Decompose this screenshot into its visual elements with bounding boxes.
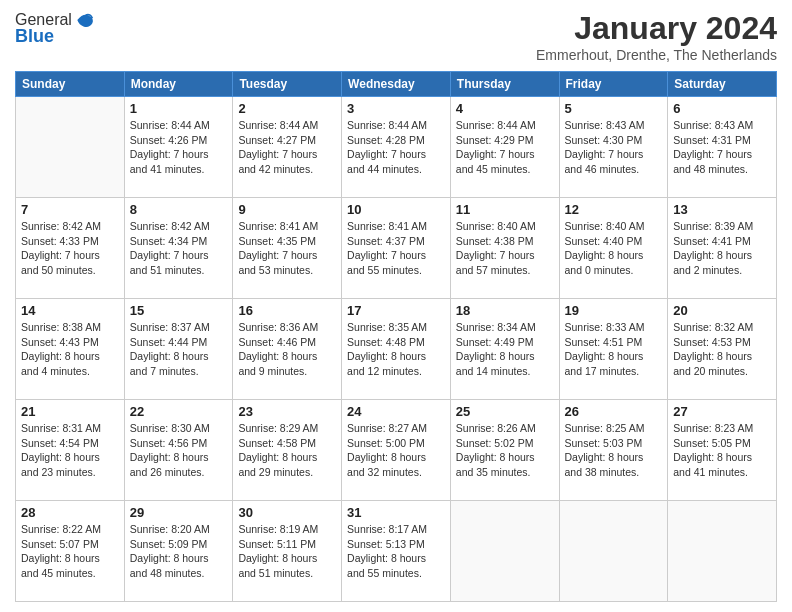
calendar-cell: 16Sunrise: 8:36 AMSunset: 4:46 PMDayligh… <box>233 299 342 400</box>
day-number: 26 <box>565 404 663 419</box>
day-number: 27 <box>673 404 771 419</box>
calendar-table: SundayMondayTuesdayWednesdayThursdayFrid… <box>15 71 777 602</box>
day-info: Sunrise: 8:17 AMSunset: 5:13 PMDaylight:… <box>347 522 445 581</box>
weekday-header-row: SundayMondayTuesdayWednesdayThursdayFrid… <box>16 72 777 97</box>
day-info: Sunrise: 8:33 AMSunset: 4:51 PMDaylight:… <box>565 320 663 379</box>
day-info: Sunrise: 8:40 AMSunset: 4:40 PMDaylight:… <box>565 219 663 278</box>
day-info: Sunrise: 8:29 AMSunset: 4:58 PMDaylight:… <box>238 421 336 480</box>
day-number: 28 <box>21 505 119 520</box>
calendar-cell: 19Sunrise: 8:33 AMSunset: 4:51 PMDayligh… <box>559 299 668 400</box>
calendar-cell: 10Sunrise: 8:41 AMSunset: 4:37 PMDayligh… <box>342 198 451 299</box>
day-number: 19 <box>565 303 663 318</box>
page: General Blue January 2024 Emmerhout, Dre… <box>0 0 792 612</box>
calendar-cell: 5Sunrise: 8:43 AMSunset: 4:30 PMDaylight… <box>559 97 668 198</box>
day-number: 2 <box>238 101 336 116</box>
calendar-cell: 30Sunrise: 8:19 AMSunset: 5:11 PMDayligh… <box>233 501 342 602</box>
month-title: January 2024 <box>536 10 777 47</box>
calendar-cell: 22Sunrise: 8:30 AMSunset: 4:56 PMDayligh… <box>124 400 233 501</box>
day-number: 5 <box>565 101 663 116</box>
day-number: 11 <box>456 202 554 217</box>
day-number: 6 <box>673 101 771 116</box>
calendar-cell <box>668 501 777 602</box>
day-info: Sunrise: 8:36 AMSunset: 4:46 PMDaylight:… <box>238 320 336 379</box>
day-number: 13 <box>673 202 771 217</box>
calendar-cell: 6Sunrise: 8:43 AMSunset: 4:31 PMDaylight… <box>668 97 777 198</box>
calendar-cell <box>16 97 125 198</box>
calendar-week-row: 21Sunrise: 8:31 AMSunset: 4:54 PMDayligh… <box>16 400 777 501</box>
calendar-cell: 14Sunrise: 8:38 AMSunset: 4:43 PMDayligh… <box>16 299 125 400</box>
day-info: Sunrise: 8:27 AMSunset: 5:00 PMDaylight:… <box>347 421 445 480</box>
day-info: Sunrise: 8:23 AMSunset: 5:05 PMDaylight:… <box>673 421 771 480</box>
day-info: Sunrise: 8:43 AMSunset: 4:31 PMDaylight:… <box>673 118 771 177</box>
day-number: 25 <box>456 404 554 419</box>
calendar-cell <box>450 501 559 602</box>
calendar-cell: 15Sunrise: 8:37 AMSunset: 4:44 PMDayligh… <box>124 299 233 400</box>
day-number: 7 <box>21 202 119 217</box>
calendar-cell: 12Sunrise: 8:40 AMSunset: 4:40 PMDayligh… <box>559 198 668 299</box>
calendar-cell: 7Sunrise: 8:42 AMSunset: 4:33 PMDaylight… <box>16 198 125 299</box>
day-number: 8 <box>130 202 228 217</box>
day-info: Sunrise: 8:40 AMSunset: 4:38 PMDaylight:… <box>456 219 554 278</box>
calendar-cell: 26Sunrise: 8:25 AMSunset: 5:03 PMDayligh… <box>559 400 668 501</box>
day-number: 22 <box>130 404 228 419</box>
day-info: Sunrise: 8:32 AMSunset: 4:53 PMDaylight:… <box>673 320 771 379</box>
day-number: 15 <box>130 303 228 318</box>
day-number: 17 <box>347 303 445 318</box>
calendar-cell: 20Sunrise: 8:32 AMSunset: 4:53 PMDayligh… <box>668 299 777 400</box>
day-info: Sunrise: 8:37 AMSunset: 4:44 PMDaylight:… <box>130 320 228 379</box>
day-info: Sunrise: 8:44 AMSunset: 4:29 PMDaylight:… <box>456 118 554 177</box>
calendar-cell: 18Sunrise: 8:34 AMSunset: 4:49 PMDayligh… <box>450 299 559 400</box>
day-info: Sunrise: 8:44 AMSunset: 4:26 PMDaylight:… <box>130 118 228 177</box>
day-number: 1 <box>130 101 228 116</box>
location: Emmerhout, Drenthe, The Netherlands <box>536 47 777 63</box>
calendar-cell: 25Sunrise: 8:26 AMSunset: 5:02 PMDayligh… <box>450 400 559 501</box>
day-info: Sunrise: 8:30 AMSunset: 4:56 PMDaylight:… <box>130 421 228 480</box>
weekday-header: Saturday <box>668 72 777 97</box>
calendar-cell: 2Sunrise: 8:44 AMSunset: 4:27 PMDaylight… <box>233 97 342 198</box>
calendar-cell: 27Sunrise: 8:23 AMSunset: 5:05 PMDayligh… <box>668 400 777 501</box>
calendar-cell <box>559 501 668 602</box>
day-info: Sunrise: 8:41 AMSunset: 4:37 PMDaylight:… <box>347 219 445 278</box>
day-number: 29 <box>130 505 228 520</box>
calendar-week-row: 1Sunrise: 8:44 AMSunset: 4:26 PMDaylight… <box>16 97 777 198</box>
day-number: 12 <box>565 202 663 217</box>
calendar-cell: 28Sunrise: 8:22 AMSunset: 5:07 PMDayligh… <box>16 501 125 602</box>
calendar-cell: 29Sunrise: 8:20 AMSunset: 5:09 PMDayligh… <box>124 501 233 602</box>
weekday-header: Thursday <box>450 72 559 97</box>
day-info: Sunrise: 8:31 AMSunset: 4:54 PMDaylight:… <box>21 421 119 480</box>
day-info: Sunrise: 8:25 AMSunset: 5:03 PMDaylight:… <box>565 421 663 480</box>
day-info: Sunrise: 8:35 AMSunset: 4:48 PMDaylight:… <box>347 320 445 379</box>
weekday-header: Wednesday <box>342 72 451 97</box>
calendar-cell: 23Sunrise: 8:29 AMSunset: 4:58 PMDayligh… <box>233 400 342 501</box>
weekday-header: Tuesday <box>233 72 342 97</box>
weekday-header: Sunday <box>16 72 125 97</box>
day-info: Sunrise: 8:20 AMSunset: 5:09 PMDaylight:… <box>130 522 228 581</box>
day-number: 4 <box>456 101 554 116</box>
day-info: Sunrise: 8:22 AMSunset: 5:07 PMDaylight:… <box>21 522 119 581</box>
day-info: Sunrise: 8:26 AMSunset: 5:02 PMDaylight:… <box>456 421 554 480</box>
day-info: Sunrise: 8:42 AMSunset: 4:33 PMDaylight:… <box>21 219 119 278</box>
day-number: 9 <box>238 202 336 217</box>
day-number: 18 <box>456 303 554 318</box>
calendar-cell: 31Sunrise: 8:17 AMSunset: 5:13 PMDayligh… <box>342 501 451 602</box>
calendar-week-row: 7Sunrise: 8:42 AMSunset: 4:33 PMDaylight… <box>16 198 777 299</box>
day-number: 30 <box>238 505 336 520</box>
logo: General Blue <box>15 10 94 47</box>
calendar-cell: 9Sunrise: 8:41 AMSunset: 4:35 PMDaylight… <box>233 198 342 299</box>
calendar-cell: 8Sunrise: 8:42 AMSunset: 4:34 PMDaylight… <box>124 198 233 299</box>
day-number: 31 <box>347 505 445 520</box>
day-info: Sunrise: 8:38 AMSunset: 4:43 PMDaylight:… <box>21 320 119 379</box>
day-info: Sunrise: 8:19 AMSunset: 5:11 PMDaylight:… <box>238 522 336 581</box>
day-info: Sunrise: 8:44 AMSunset: 4:28 PMDaylight:… <box>347 118 445 177</box>
day-info: Sunrise: 8:39 AMSunset: 4:41 PMDaylight:… <box>673 219 771 278</box>
day-info: Sunrise: 8:43 AMSunset: 4:30 PMDaylight:… <box>565 118 663 177</box>
day-info: Sunrise: 8:42 AMSunset: 4:34 PMDaylight:… <box>130 219 228 278</box>
header: General Blue January 2024 Emmerhout, Dre… <box>15 10 777 63</box>
day-number: 10 <box>347 202 445 217</box>
calendar-cell: 17Sunrise: 8:35 AMSunset: 4:48 PMDayligh… <box>342 299 451 400</box>
day-info: Sunrise: 8:34 AMSunset: 4:49 PMDaylight:… <box>456 320 554 379</box>
title-block: January 2024 Emmerhout, Drenthe, The Net… <box>536 10 777 63</box>
calendar-week-row: 28Sunrise: 8:22 AMSunset: 5:07 PMDayligh… <box>16 501 777 602</box>
weekday-header: Monday <box>124 72 233 97</box>
calendar-week-row: 14Sunrise: 8:38 AMSunset: 4:43 PMDayligh… <box>16 299 777 400</box>
